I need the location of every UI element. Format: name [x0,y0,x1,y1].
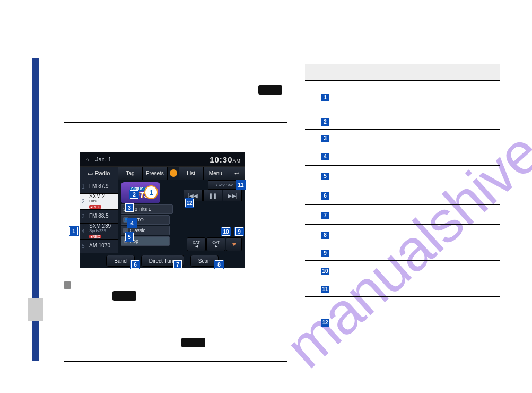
table-header [345,64,500,81]
callout-4: 4 [128,219,136,227]
table-row-desc [345,261,500,280]
one-badge-icon: 1 [144,185,158,199]
table-row-desc [345,113,500,130]
table-row-num: 8 [305,225,345,244]
rule [64,122,287,123]
table-row-num: 11 [305,280,345,297]
favorite-button[interactable]: ♥ [226,237,242,251]
preset-item[interactable]: 2 SXM 2Hits 1●REC [80,194,118,210]
table-row-desc [345,185,500,205]
table-row-num: 10 [305,261,345,280]
bullet-marker [64,281,71,289]
cat-prev-button[interactable]: CAT◀ [187,237,206,251]
crop-mark [500,11,516,27]
radio-icon: ▭ [88,170,93,177]
preset-item[interactable]: 3 FM 88.5 [80,210,118,224]
rec-badge: ●REC [89,205,101,209]
cat-next-button[interactable]: CAT▶ [206,237,225,251]
toolbar: ▭ Radio Tag Presets List Menu ↩ [80,167,245,180]
table-row-num: 3 [305,130,345,146]
table-row-desc [345,205,500,225]
callout-10: 10 [222,227,230,236]
device-screenshot: ⌂ Jan. 1 10:30AM ▭ Radio Tag Presets Lis… [80,152,245,267]
table-row-desc [345,146,500,166]
table-row-num: 9 [305,244,345,261]
presets-button[interactable]: Presets [143,167,167,180]
crop-mark [16,11,32,27]
table-row-desc [345,166,500,185]
band-button[interactable]: Band [106,255,134,267]
table-row-num: 7 [305,205,345,225]
back-button[interactable]: ↩ [228,167,245,180]
table-row-num: 6 [305,185,345,205]
preset-list: 1 FM 87.9 2 SXM 2Hits 1●REC 3 FM 88.5 4 … [80,180,118,253]
rule [64,361,287,362]
preset-item[interactable]: 4 SXM 239Sprts239●REC [80,224,118,240]
status-bar: ⌂ Jan. 1 10:30AM [80,152,245,167]
table-row-desc [345,130,500,146]
callout-11: 11 [237,181,245,189]
table-row-desc [345,297,500,347]
status-date: Jan. 1 [95,156,111,163]
sxm-dot-icon [170,169,177,177]
tag-button[interactable]: Tag [118,167,143,180]
callout-7: 7 [173,260,182,269]
table-row-desc [345,81,500,113]
callout-9: 9 [235,227,243,236]
next-track-button[interactable]: ▶▶| [223,190,242,201]
redacted-tag [112,291,136,301]
rec-badge: ●REC [89,235,101,238]
tab-indicator [28,298,43,321]
pause-button[interactable]: ❚❚ [203,190,222,201]
table-row-desc [345,280,500,297]
list-button[interactable]: List [179,167,204,180]
redacted-tag [181,338,205,347]
table-row-num: 4 [305,146,345,166]
home-icon[interactable]: ⌂ [84,156,91,163]
callout-2: 2 [130,190,138,199]
table-header [305,64,345,81]
channel-logo: SIRIUS XM HiTS 1 [121,182,160,203]
callout-8: 8 [215,260,223,269]
redacted-tag [258,85,282,95]
table-row-num: 2 [305,113,345,130]
menu-button[interactable]: Menu [204,167,228,180]
status-time: 10:30AM [210,155,241,164]
sxm-indicator[interactable] [168,167,179,180]
callout-6: 6 [131,260,139,269]
callout-1: 1 [69,227,78,235]
table-row-num: 5 [305,166,345,185]
table-row-num: 12 [305,297,345,347]
radio-mode-button[interactable]: ▭ Radio [80,167,118,180]
preset-item[interactable]: 5 AM 1070 [80,240,118,253]
preset-item[interactable]: 1 FM 87.9 [80,180,118,194]
table-row-desc [345,244,500,261]
table-row-num: 1 [305,81,345,113]
callout-3: 3 [125,203,134,212]
feature-table: 1 2 3 4 5 6 7 8 9 10 11 12 [305,64,500,347]
callout-12: 12 [185,199,194,207]
scan-button[interactable]: Scan [190,255,219,267]
crop-mark [16,366,32,382]
table-row-desc [345,225,500,244]
callout-5: 5 [125,233,134,241]
